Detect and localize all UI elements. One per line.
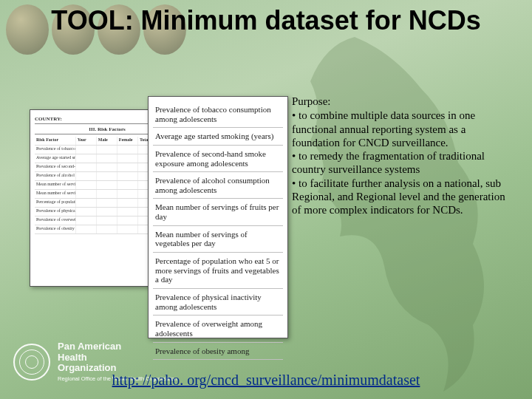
purpose-bullet: • to combine multiple data sources in on… <box>292 109 512 149</box>
row-label: Prevalence of overweight among adolescen… <box>35 216 76 225</box>
document-thumbnails: COUNTRY: III. Risk Factors Risk Factor Y… <box>30 96 266 340</box>
list-item: Prevalence of alcohol consumption among … <box>153 172 283 199</box>
bullet-text: to combine multiple data sources in one … <box>292 109 475 149</box>
list-item: Percentage of population who eat 5 or mo… <box>153 253 283 289</box>
logo-line: Health <box>58 352 177 364</box>
bullet-text: to facilitate further analysis on a nati… <box>292 177 505 216</box>
col-header: Male <box>97 137 117 145</box>
list-item: Prevalence of overweight among adolescen… <box>153 316 283 342</box>
list-item: Mean number of servings of vegetables pe… <box>153 226 283 253</box>
list-item: Prevalence of tobacco consumption among … <box>153 101 283 128</box>
slide-title: TOOL: Minimum dataset for NCDs <box>0 6 532 35</box>
list-item: Prevalence of physical inactivity among … <box>153 289 283 316</box>
row-label: Average age started smoking (years) <box>35 154 76 163</box>
indicator-list-document: Prevalence of tobacco consumption among … <box>148 96 288 338</box>
footer-url-link[interactable]: http: //paho. org/cncd_surveillance/mini… <box>0 372 532 389</box>
row-label: Mean number of servings of vegetables pe… <box>35 190 76 198</box>
list-item: Prevalence of second-hand smoke exposure… <box>153 146 283 172</box>
purpose-label: Purpose: <box>292 95 512 108</box>
purpose-bullet: • to remedy the fragmentation of traditi… <box>292 149 512 177</box>
slide: TOOL: Minimum dataset for NCDs COUNTRY: … <box>0 0 532 399</box>
row-label: Percentage of population who eat 5 or mo… <box>35 199 76 207</box>
col-header: Year <box>76 137 97 145</box>
row-label: Prevalence of second-hand smoke exposure… <box>35 163 76 171</box>
list-item: Mean number of servings of fruits per da… <box>153 199 283 225</box>
row-label: Prevalence of tobacco consumption among … <box>35 146 76 154</box>
row-label: Prevalence of obesity among adolescents <box>35 225 76 233</box>
purpose-bullet: • to facilitate further analysis on a na… <box>292 177 512 217</box>
row-label: Mean number of servings of fruits per da… <box>35 181 76 189</box>
row-label: Prevalence of alcohol consumption among … <box>35 172 76 180</box>
row-label: Prevalence of physical inactivity among … <box>35 208 76 216</box>
list-item: Average age started smoking (years) <box>153 128 283 146</box>
bullet-text: to remedy the fragmentation of tradition… <box>292 150 485 175</box>
logo-line: Pan American <box>58 341 177 352</box>
col-header: Risk Factor <box>35 137 76 145</box>
col-header: Female <box>117 137 138 145</box>
purpose-block: Purpose: • to combine multiple data sour… <box>292 95 512 217</box>
